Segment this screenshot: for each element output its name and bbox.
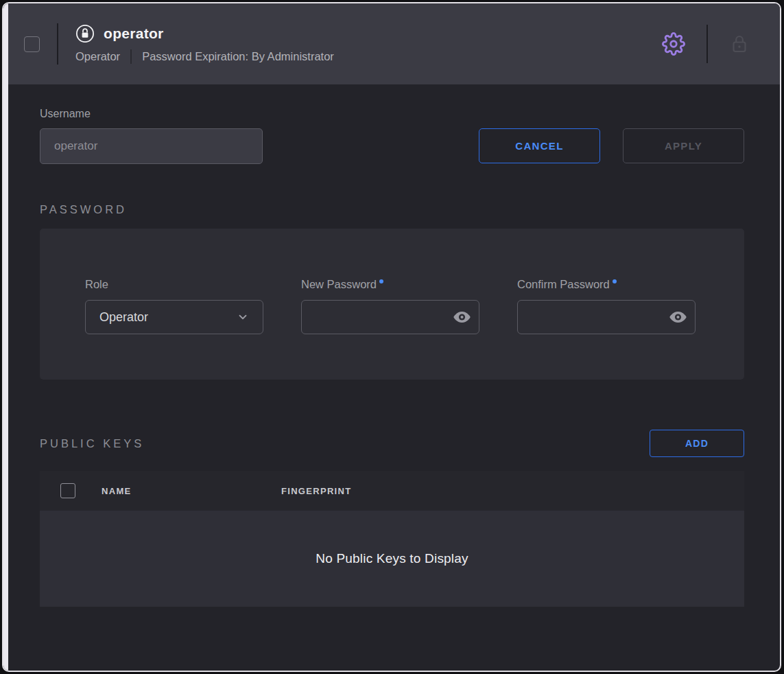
locked-icon: [729, 33, 750, 55]
required-dot: [613, 279, 617, 283]
column-header-fingerprint: FINGERPRINT: [281, 486, 351, 496]
role-field: Role Operator: [85, 278, 263, 380]
header-actions-divider: [706, 25, 708, 63]
role-select[interactable]: Operator: [85, 300, 263, 334]
header-actions: [662, 25, 750, 63]
page-title: operator: [104, 25, 164, 42]
column-header-name: NAME: [102, 486, 281, 496]
table-header-row: NAME FINGERPRINT: [40, 471, 744, 511]
new-password-field: New Password: [301, 278, 479, 380]
public-keys-table: NAME FINGERPRINT No Public Keys to Displ…: [40, 471, 744, 607]
apply-button[interactable]: APPLY: [623, 128, 744, 163]
left-scrollbar[interactable]: [3, 3, 8, 671]
user-lock-circle-icon: [75, 24, 95, 43]
confirm-password-label: Confirm Password: [517, 278, 610, 291]
header-divider: [57, 23, 58, 65]
form-actions: CANCEL APPLY: [479, 128, 744, 163]
title-block: operator Operator Password Expiration: B…: [75, 24, 334, 64]
empty-state-text: No Public Keys to Display: [316, 551, 468, 566]
confirm-password-field: Confirm Password: [517, 278, 696, 380]
settings-gear-icon[interactable]: [662, 32, 685, 56]
password-panel: Role Operator New Password: [40, 229, 744, 380]
username-label: Username: [40, 108, 744, 120]
required-dot: [379, 279, 383, 283]
user-role-subtitle: Operator: [75, 50, 120, 63]
role-selected-value: Operator: [99, 310, 148, 325]
chevron-down-icon: [237, 311, 249, 323]
user-header: operator Operator Password Expiration: B…: [3, 3, 780, 84]
new-password-label: New Password: [301, 278, 377, 291]
select-user-checkbox[interactable]: [24, 36, 40, 52]
toggle-new-password-visibility-eye-icon[interactable]: [453, 310, 471, 324]
select-all-keys-checkbox[interactable]: [60, 483, 75, 498]
toggle-confirm-password-visibility-eye-icon[interactable]: [669, 310, 687, 324]
password-section-title: PASSWORD: [40, 203, 744, 216]
password-expiration-subtitle: Password Expiration: By Administrator: [142, 50, 334, 63]
user-detail-panel: operator Operator Password Expiration: B…: [2, 2, 781, 672]
user-form-body: Username CANCEL APPLY PASSWORD Role Oper…: [3, 108, 780, 607]
public-keys-section-title: PUBLIC KEYS: [40, 437, 144, 450]
subtitle-divider: [130, 49, 132, 64]
add-public-key-button[interactable]: ADD: [650, 430, 744, 457]
username-input[interactable]: [40, 128, 263, 164]
table-empty-row: No Public Keys to Display: [40, 511, 744, 607]
cancel-button[interactable]: CANCEL: [479, 128, 600, 163]
role-label: Role: [85, 278, 108, 291]
